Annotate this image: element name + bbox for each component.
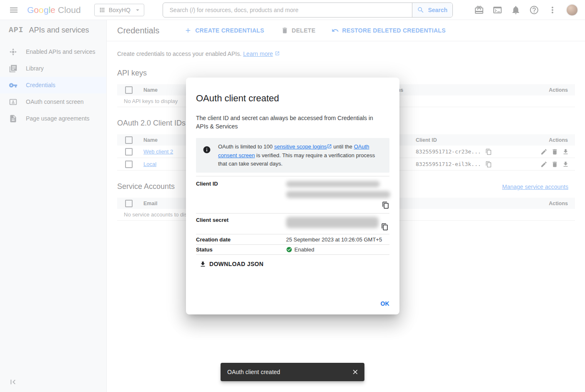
copy-icon[interactable]	[382, 201, 389, 209]
download-json-button[interactable]: DOWNLOAD JSON	[199, 259, 264, 269]
creation-date-label: Creation date	[196, 236, 286, 243]
dialog-fields: Client ID Client secret	[196, 176, 389, 255]
oauth-client-created-dialog: OAuth client created The client ID and s…	[186, 78, 399, 314]
client-secret-row: Client secret	[196, 213, 389, 234]
client-secret-label: Client secret	[196, 217, 286, 231]
oauth-limit-notice: OAuth is limited to 100 sensitive scope …	[196, 138, 389, 173]
download-icon	[199, 261, 206, 268]
external-link-icon	[327, 143, 332, 151]
creation-date-row: Creation date 25 September 2023 at 10:26…	[196, 234, 389, 244]
status-label: Status	[196, 246, 286, 253]
redacted-client-id-line2	[286, 191, 390, 198]
status-enabled-text: Enabled	[294, 246, 314, 253]
close-icon[interactable]	[352, 368, 359, 376]
redacted-client-id-line1	[286, 181, 380, 187]
notice-text: OAuth is limited to 100 sensitive scope …	[218, 143, 383, 168]
redacted-client-secret	[286, 217, 379, 228]
snackbar: OAuth client created	[221, 363, 364, 381]
client-id-row: Client ID	[196, 176, 389, 213]
client-secret-value-redacted	[286, 217, 389, 231]
snackbar-message: OAuth client created	[227, 369, 280, 375]
client-id-value-redacted	[286, 181, 390, 198]
dialog-title: OAuth client created	[196, 93, 389, 104]
status-row: Status Enabled	[196, 244, 389, 255]
status-value: Enabled	[286, 246, 389, 253]
sensitive-scope-logins-link[interactable]: sensitive scope logins	[274, 143, 326, 150]
client-id-label: Client ID	[196, 181, 286, 198]
ok-button[interactable]: OK	[374, 297, 395, 310]
info-icon	[203, 146, 211, 168]
check-circle-icon	[286, 246, 292, 253]
dialog-body-text: The client ID and secret can always be a…	[196, 114, 384, 131]
copy-icon[interactable]	[381, 223, 389, 231]
google-cloud-console: Google Cloud BoxyHQ Search	[0, 0, 585, 392]
creation-date-value: 25 September 2023 at 10:26:05 GMT+5	[286, 236, 389, 243]
